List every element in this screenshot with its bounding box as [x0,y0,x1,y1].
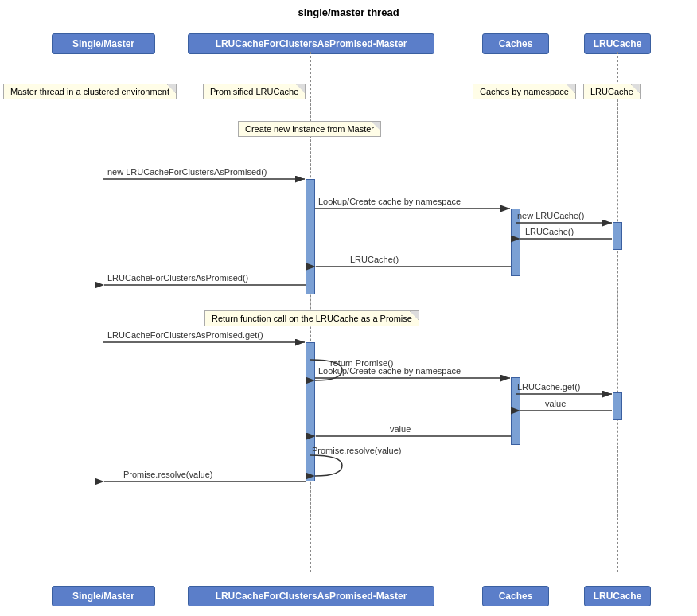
lifeline-line-caches [516,52,516,572]
svg-text:LRUCacheForClustersAsPromised.: LRUCacheForClustersAsPromised.get() [107,330,263,340]
note-create-instance: Create new instance from Master [238,121,381,137]
svg-text:value: value [545,399,566,408]
activation-lru2 [306,342,315,481]
lifeline-box-caches-bottom: Caches [482,586,549,606]
svg-text:Lookup/Create cache by namespa: Lookup/Create cache by namespace [318,197,461,206]
lifeline-line-single [103,52,103,572]
svg-text:LRUCache(): LRUCache() [350,255,399,264]
svg-text:return Promise(): return Promise() [330,358,393,368]
activation-caches2 [511,377,520,445]
lifeline-box-lru-master-bottom: LRUCacheForClustersAsPromised-Master [188,586,434,606]
lifeline-line-lrucache [617,52,618,572]
lifeline-box-single-master-bottom: Single/Master [52,586,155,606]
lifeline-box-single-master-top: Single/Master [52,33,155,54]
svg-text:LRUCacheForClustersAsPromised(: LRUCacheForClustersAsPromised() [107,273,248,283]
svg-text:Lookup/Create cache by namespa: Lookup/Create cache by namespace [318,366,461,376]
note-caches-ns: Caches by namespace [473,84,576,99]
activation-lru1 [306,179,315,294]
note-return-promise: Return function call on the LRUCache as … [204,310,419,326]
svg-text:LRUCache(): LRUCache() [525,227,574,236]
note-master-thread: Master thread in a clustered environment [3,84,177,99]
note-promisified: Promisified LRUCache [203,84,306,99]
svg-text:new LRUCache(): new LRUCache() [517,211,584,220]
activation-lrucache1 [613,222,622,250]
lifeline-box-lru-master-top: LRUCacheForClustersAsPromised-Master [188,33,434,54]
svg-text:new LRUCacheForClustersAsPromi: new LRUCacheForClustersAsPromised() [107,167,267,177]
note-lrucache: LRUCache [583,84,641,99]
svg-text:Promise.resolve(value): Promise.resolve(value) [312,446,401,455]
svg-text:Promise.resolve(value): Promise.resolve(value) [123,470,212,479]
activation-lrucache2 [613,392,622,420]
sequence-diagram: single/master thread Single/Master LRUCa… [0,0,697,616]
svg-text:LRUCache.get(): LRUCache.get() [517,382,580,392]
lifeline-box-lrucache-bottom: LRUCache [584,586,651,606]
diagram-title: single/master thread [0,0,697,18]
svg-text:value: value [390,424,411,434]
activation-caches1 [511,209,520,276]
